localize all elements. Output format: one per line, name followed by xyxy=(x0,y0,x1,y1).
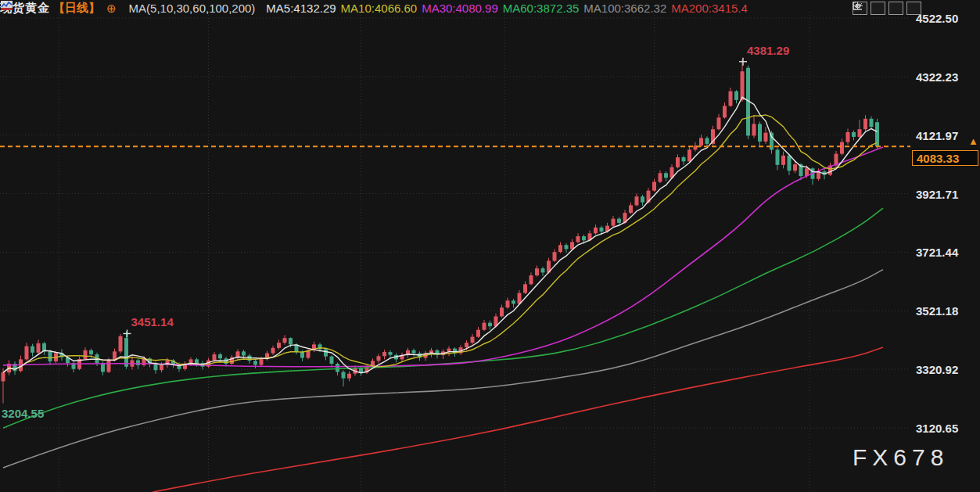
ma-line-ma5 xyxy=(3,97,878,372)
ma-values: MA5:4132.29MA10:4066.60MA30:4080.99MA60:… xyxy=(261,2,747,15)
ma-value-label: MA30:4080.99 xyxy=(422,2,498,15)
y-axis-label: 3320.92 xyxy=(916,363,977,376)
ma-group-label: MA(5,10,30,60,100,200) xyxy=(129,2,256,15)
candlestick-chart[interactable] xyxy=(0,0,980,492)
candles-layer xyxy=(2,59,880,404)
chart-toolbar xyxy=(853,2,921,15)
high-cross-marker xyxy=(124,329,131,337)
chart-header: 现货黄金 【日线】 ⊕ MA(5,10,30,60,100,200) MA5:4… xyxy=(0,0,748,16)
y-axis-label: 4322.23 xyxy=(916,70,977,84)
y-axis-label: 4522.50 xyxy=(916,12,977,25)
ma-value-label: MA10:4066.60 xyxy=(341,2,418,15)
ma-value-label: MA100:3662.32 xyxy=(583,2,666,15)
chart-axes-icon[interactable] xyxy=(871,2,885,15)
price-annotation: 3204.55 xyxy=(2,407,44,420)
y-axis-label: 3521.18 xyxy=(916,304,977,318)
ma-value-label: MA200:3415.4 xyxy=(671,2,748,15)
price-up-arrow-icon: ▲ xyxy=(968,135,978,147)
ma-line-ma10 xyxy=(3,115,878,372)
high-cross-marker xyxy=(739,58,747,66)
chart-play-icon[interactable] xyxy=(888,2,903,15)
current-price-box: 4083.33 xyxy=(912,150,978,166)
price-annotation: 3451.14 xyxy=(131,315,174,329)
ma-line-ma30 xyxy=(3,147,883,367)
ma-value-label: MA5:4132.29 xyxy=(266,2,336,15)
watermark: FX678 xyxy=(853,444,949,471)
add-indicator-icon[interactable]: ⊕ xyxy=(106,2,117,14)
price-annotation: 4381.29 xyxy=(747,44,789,57)
ma-value-label: MA60:3872.35 xyxy=(503,2,580,15)
ma-line-ma100 xyxy=(3,270,883,468)
gold-daily-chart-app: 现货黄金 【日线】 ⊕ MA(5,10,30,60,100,200) MA5:4… xyxy=(0,0,980,492)
y-axis-label: 3921.71 xyxy=(916,188,977,201)
grid-layer xyxy=(0,12,910,492)
period-label: 【日线】 xyxy=(53,1,100,16)
exit-right-icon[interactable] xyxy=(906,2,921,15)
ma-lines-layer xyxy=(3,97,883,492)
y-axis-label: 3721.44 xyxy=(916,246,977,259)
y-axis-label: 3120.65 xyxy=(916,422,977,435)
